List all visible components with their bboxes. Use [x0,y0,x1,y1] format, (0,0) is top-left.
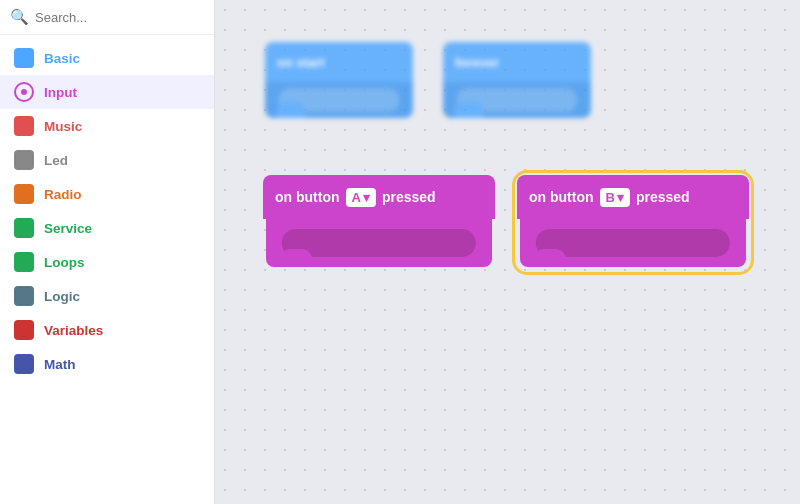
sidebar-icon-logic [14,286,34,306]
block-b-prefix-label: on button [529,189,594,205]
search-input[interactable] [35,10,204,25]
sidebar-icon-input [14,82,34,102]
block-b-value: B [606,190,615,205]
block-forever-body [443,82,591,118]
sidebar-label-service: Service [44,221,92,236]
sidebar-icon-basic [14,48,34,68]
block-b-suffix-label: pressed [636,189,690,205]
block-on-start-body [265,82,413,118]
sidebar-icon-radio [14,184,34,204]
main-canvas: on start forever on button A ▾ pressed [215,0,800,504]
block-a-suffix-label: pressed [382,189,436,205]
sidebar: 🔍 BasicInputMusicLedRadioServiceLoopsLog… [0,0,215,504]
block-forever-label: forever [455,55,499,70]
sidebar-item-music[interactable]: Music [0,109,214,143]
search-icon: 🔍 [10,8,29,26]
block-forever[interactable]: forever [443,42,591,118]
sidebar-label-basic: Basic [44,51,80,66]
block-on-start-label: on start [277,55,325,70]
sidebar-item-logic[interactable]: Logic [0,279,214,313]
block-b-dropdown[interactable]: B ▾ [600,188,630,207]
block-on-start[interactable]: on start [265,42,413,118]
sidebar-icon-loops [14,252,34,272]
block-a-value: A [352,190,361,205]
block-on-start-bump [277,102,305,118]
sidebar-label-math: Math [44,357,76,372]
sidebar-label-radio: Radio [44,187,82,202]
sidebar-item-input[interactable]: Input [0,75,214,109]
sidebar-item-variables[interactable]: Variables [0,313,214,347]
sidebar-icon-music [14,116,34,136]
block-a-dropdown[interactable]: A ▾ [346,188,376,207]
block-forever-bump [455,102,483,118]
sidebar-label-led: Led [44,153,68,168]
sidebar-item-service[interactable]: Service [0,211,214,245]
search-bar: 🔍 [0,0,214,35]
sidebar-icon-led [14,150,34,170]
block-a-dropdown-arrow: ▾ [363,190,370,205]
sidebar-item-loops[interactable]: Loops [0,245,214,279]
sidebar-icon-service [14,218,34,238]
block-forever-header: forever [443,42,591,82]
sidebar-icon-variables [14,320,34,340]
block-b-dropdown-arrow: ▾ [617,190,624,205]
sidebar-label-variables: Variables [44,323,103,338]
sidebar-label-loops: Loops [44,255,85,270]
sidebar-icon-math [14,354,34,374]
block-on-button-a[interactable]: on button A ▾ pressed [263,175,495,270]
sidebar-items: BasicInputMusicLedRadioServiceLoopsLogic… [0,35,214,387]
sidebar-label-music: Music [44,119,82,134]
block-on-button-b[interactable]: on button B ▾ pressed [517,175,749,270]
sidebar-label-input: Input [44,85,77,100]
sidebar-item-math[interactable]: Math [0,347,214,381]
sidebar-label-logic: Logic [44,289,80,304]
sidebar-item-radio[interactable]: Radio [0,177,214,211]
sidebar-item-led[interactable]: Led [0,143,214,177]
block-a-prefix-label: on button [275,189,340,205]
sidebar-item-basic[interactable]: Basic [0,41,214,75]
block-on-start-header: on start [265,42,413,82]
